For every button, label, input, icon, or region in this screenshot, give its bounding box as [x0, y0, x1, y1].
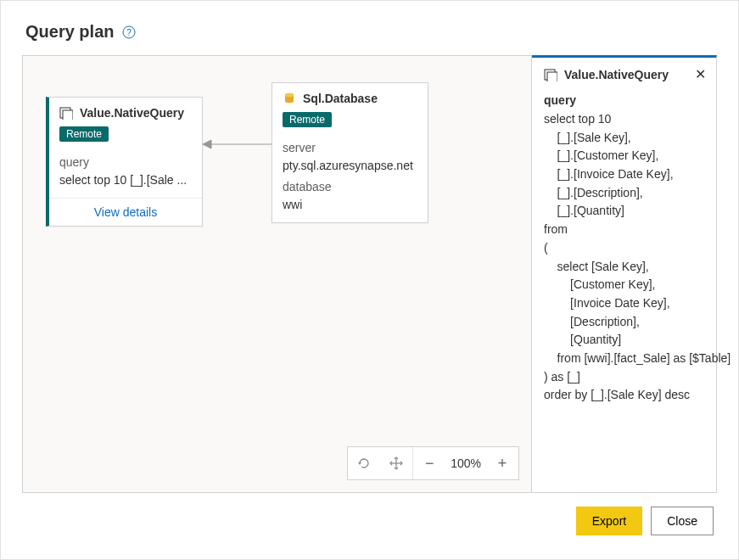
- close-button[interactable]: Close: [651, 507, 714, 535]
- node-title: Sql.Database: [303, 92, 378, 105]
- plan-node-native-query[interactable]: Value.NativeQuery Remote query select to…: [46, 97, 203, 227]
- reset-view-button[interactable]: [348, 447, 380, 479]
- zoom-out-button[interactable]: −: [413, 447, 445, 479]
- detail-section-label: query: [544, 93, 704, 107]
- close-icon[interactable]: ✕: [695, 66, 706, 82]
- svg-text:?: ?: [127, 28, 132, 37]
- remote-badge: Remote: [283, 112, 332, 127]
- help-icon[interactable]: ?: [122, 25, 136, 39]
- database-icon: [283, 92, 296, 105]
- node-header: Sql.Database: [272, 83, 428, 112]
- detail-header: Value.NativeQuery: [544, 68, 704, 81]
- node-body: query select top 10 [_].[Sale ...: [49, 148, 202, 198]
- svg-rect-5: [63, 110, 73, 120]
- svg-marker-3: [203, 140, 211, 148]
- detail-title: Value.NativeQuery: [564, 68, 669, 81]
- detail-panel: ✕ Value.NativeQuery query select top 10 …: [532, 55, 717, 493]
- view-details-link[interactable]: View details: [49, 198, 202, 226]
- dialog-header: Query plan ?: [2, 2, 737, 55]
- svg-marker-8: [358, 462, 361, 465]
- zoom-in-button[interactable]: +: [486, 447, 518, 479]
- zoom-level: 100%: [445, 456, 486, 470]
- query-preview: select top 10 [_].[Sale ...: [59, 171, 192, 189]
- zoom-toolbar: − 100% +: [347, 446, 519, 480]
- server-value: pty.sql.azuresynapse.net: [283, 157, 417, 175]
- native-query-icon: [59, 106, 73, 120]
- dialog-footer: Export Close: [2, 507, 737, 556]
- node-header: Value.NativeQuery: [49, 98, 202, 126]
- export-button[interactable]: Export: [576, 507, 642, 535]
- query-label: query: [59, 154, 192, 171]
- edge-arrow: [203, 138, 272, 150]
- remote-badge: Remote: [59, 126, 109, 142]
- database-label: database: [283, 178, 417, 196]
- pan-button[interactable]: [380, 447, 412, 479]
- native-query-icon: [544, 68, 557, 81]
- node-title: Value.NativeQuery: [80, 106, 184, 120]
- plan-node-sql-database[interactable]: Sql.Database Remote server pty.sql.azure…: [272, 82, 428, 223]
- database-value: wwi: [283, 196, 417, 214]
- query-plan-canvas[interactable]: Value.NativeQuery Remote query select to…: [22, 55, 532, 493]
- server-label: server: [283, 139, 417, 157]
- node-body: server pty.sql.azuresynapse.net database…: [272, 134, 428, 222]
- svg-rect-12: [547, 72, 557, 81]
- svg-point-7: [285, 93, 294, 97]
- main-content: Value.NativeQuery Remote query select to…: [22, 55, 717, 493]
- page-title: Query plan: [25, 22, 114, 42]
- detail-query-text: select top 10 [_].[Sale Key], [_].[Custo…: [544, 110, 704, 405]
